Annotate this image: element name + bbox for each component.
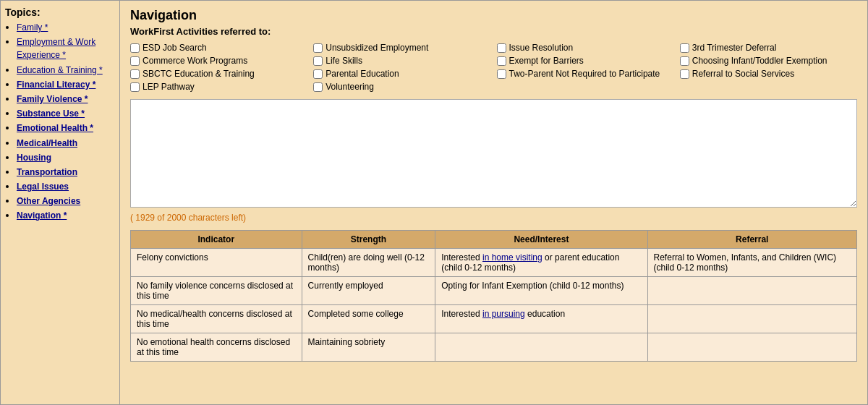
- checkbox-item: Referral to Social Services: [680, 69, 857, 79]
- sidebar-link[interactable]: Family *: [17, 22, 48, 33]
- table-cell-need_interest: Opting for Infant Exemption (child 0-12 …: [435, 277, 647, 305]
- checkbox-label: Referral to Social Services: [692, 69, 794, 79]
- checkbox-label: 3rd Trimester Deferral: [692, 43, 777, 53]
- table-cell-need_interest: Interested in home visiting or parent ed…: [435, 249, 647, 277]
- checkbox-label: Commerce Work Programs: [142, 56, 247, 66]
- sidebar-item: Navigation *: [17, 209, 115, 222]
- checkbox-item: SBCTC Education & Training: [130, 69, 307, 79]
- table-cell-referral: [647, 333, 856, 362]
- checkbox-label: LEP Pathway: [142, 82, 195, 92]
- section-subtitle: WorkFirst Activities referred to:: [130, 26, 857, 37]
- table-cell-indicator: Felony convictions: [131, 249, 302, 277]
- activity-checkbox[interactable]: [497, 43, 506, 53]
- table-cell-strength: Currently employed: [302, 277, 435, 305]
- checkbox-item: Life Skills: [313, 56, 490, 66]
- activity-checkbox[interactable]: [130, 82, 140, 92]
- checkbox-item: ESD Job Search: [130, 43, 307, 53]
- activity-checkbox[interactable]: [313, 69, 323, 79]
- textarea-container: [130, 99, 857, 210]
- checkbox-label: Exempt for Barriers: [509, 56, 584, 66]
- checkbox-item: Parental Education: [313, 69, 490, 79]
- table-row: No family violence concerns disclosed at…: [131, 277, 857, 305]
- checkboxes-area: ESD Job SearchUnsubsidized EmploymentIss…: [130, 43, 857, 92]
- activity-checkbox[interactable]: [313, 56, 323, 66]
- sidebar-link[interactable]: Financial Literacy *: [17, 80, 95, 90]
- table-header: Need/Interest: [435, 231, 647, 249]
- main-content: Navigation WorkFirst Activities referred…: [120, 1, 867, 404]
- table-row: No medical/health concerns disclosed at …: [131, 305, 857, 333]
- checkbox-label: Unsubsidized Employment: [326, 43, 428, 53]
- sidebar-item: Housing: [17, 151, 115, 164]
- table-header: Referral: [647, 231, 856, 249]
- sidebar-item: Medical/Health: [17, 137, 115, 150]
- activity-checkbox[interactable]: [130, 69, 140, 79]
- activity-checkbox[interactable]: [313, 43, 323, 53]
- table-cell-referral: [647, 305, 856, 333]
- indicator-table: IndicatorStrengthNeed/InterestReferral F…: [130, 230, 857, 362]
- sidebar-item: Substance Use *: [17, 107, 115, 120]
- activity-checkbox[interactable]: [680, 69, 689, 79]
- checkbox-item: Two-Parent Not Required to Participate: [497, 69, 674, 79]
- table-row: No emotional health concerns disclosed a…: [131, 333, 857, 362]
- checkbox-item: Choosing Infant/Toddler Exemption: [680, 56, 857, 66]
- activity-checkbox[interactable]: [130, 43, 140, 53]
- table-cell-referral: Referral to Women, Infants, and Children…: [647, 249, 856, 277]
- table-cell-indicator: No family violence concerns disclosed at…: [131, 277, 302, 305]
- table-cell-need_interest: [435, 333, 647, 362]
- char-counter: ( 1929 of 2000 characters left): [130, 213, 857, 223]
- activity-checkbox[interactable]: [680, 56, 689, 66]
- sidebar-link[interactable]: Family Violence *: [17, 94, 88, 104]
- checkbox-label: Two-Parent Not Required to Participate: [509, 69, 660, 79]
- checkbox-item: Volunteering: [313, 82, 490, 92]
- sidebar-nav: Family *Employment & Work Experience *Ed…: [5, 21, 115, 223]
- checkbox-label: Life Skills: [326, 56, 362, 66]
- sidebar-title: Topics:: [5, 7, 115, 18]
- checkbox-item: Issue Resolution: [497, 43, 674, 53]
- activity-checkbox[interactable]: [497, 56, 506, 66]
- page-title: Navigation: [130, 8, 857, 23]
- activity-checkbox[interactable]: [497, 69, 506, 79]
- sidebar-item: Legal Issues: [17, 180, 115, 193]
- checkbox-item: 3rd Trimester Deferral: [680, 43, 857, 53]
- checkbox-item: Commerce Work Programs: [130, 56, 307, 66]
- sidebar-link[interactable]: Substance Use *: [17, 108, 85, 119]
- sidebar-item: Family *: [17, 21, 115, 34]
- checkbox-item: Unsubsidized Employment: [313, 43, 490, 53]
- sidebar-item: Transportation: [17, 166, 115, 179]
- table-header: Strength: [302, 231, 435, 249]
- table-cell-strength: Maintaining sobriety: [302, 333, 435, 362]
- checkbox-label: Choosing Infant/Toddler Exemption: [692, 56, 827, 66]
- sidebar-item: Emotional Health *: [17, 122, 115, 135]
- activity-checkbox[interactable]: [313, 82, 323, 92]
- checkbox-item: Exempt for Barriers: [497, 56, 674, 66]
- sidebar-link[interactable]: Legal Issues: [17, 182, 69, 192]
- app-container: Topics: Family *Employment & Work Experi…: [0, 0, 868, 405]
- sidebar-link[interactable]: Employment & Work Experience *: [17, 37, 95, 60]
- sidebar-link[interactable]: Other Agencies: [17, 196, 80, 206]
- sidebar-link[interactable]: Medical/Health: [17, 138, 77, 148]
- checkbox-label: Volunteering: [326, 82, 374, 92]
- notes-textarea[interactable]: [130, 99, 857, 208]
- sidebar-link[interactable]: Education & Training *: [17, 65, 103, 75]
- checkbox-label: Parental Education: [326, 69, 399, 79]
- activity-checkbox[interactable]: [130, 56, 140, 66]
- sidebar: Topics: Family *Employment & Work Experi…: [1, 1, 120, 404]
- sidebar-item: Financial Literacy *: [17, 78, 115, 91]
- sidebar-link[interactable]: Housing: [17, 153, 51, 163]
- sidebar-item: Family Violence *: [17, 93, 115, 106]
- table-cell-strength: Completed some college: [302, 305, 435, 333]
- inline-link[interactable]: in pursuing: [482, 309, 525, 319]
- table-cell-strength: Child(ren) are doing well (0-12 months): [302, 249, 435, 277]
- table-cell-indicator: No medical/health concerns disclosed at …: [131, 305, 302, 333]
- checkbox-label: SBCTC Education & Training: [142, 69, 255, 79]
- table-row: Felony convictionsChild(ren) are doing w…: [131, 249, 857, 277]
- sidebar-link[interactable]: Transportation: [17, 167, 77, 177]
- sidebar-link[interactable]: Emotional Health *: [17, 123, 93, 133]
- inline-link[interactable]: in home visiting: [482, 252, 542, 263]
- table-cell-indicator: No emotional health concerns disclosed a…: [131, 333, 302, 362]
- sidebar-item: Employment & Work Experience *: [17, 35, 115, 61]
- table-cell-need_interest: Interested in pursuing education: [435, 305, 647, 333]
- table-cell-referral: [647, 277, 856, 305]
- sidebar-link[interactable]: Navigation *: [17, 210, 67, 221]
- activity-checkbox[interactable]: [680, 43, 689, 53]
